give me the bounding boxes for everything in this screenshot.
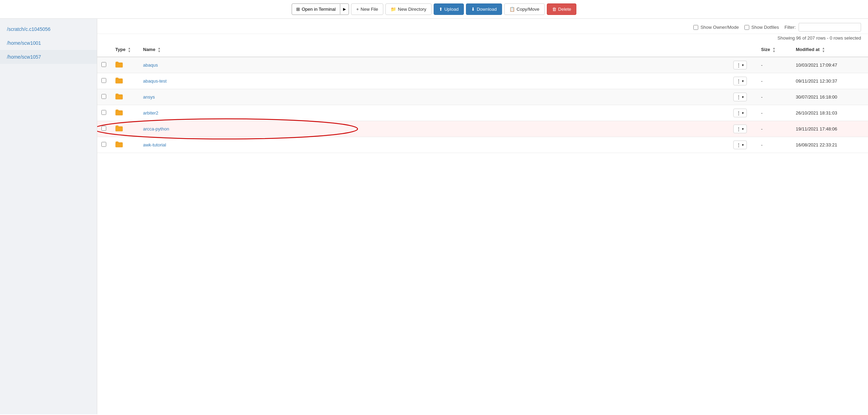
download-label: Download	[477, 7, 497, 12]
controls-row: Show Owner/Mode Show Dotfiles Filter:	[97, 19, 868, 34]
table-row: arcca-python ⋮ ▾ -19/11/2021 17:48:06	[97, 121, 868, 137]
show-owner-mode-toggle[interactable]: Show Owner/Mode	[693, 25, 739, 30]
row-action-button[interactable]: ⋮ ▾	[733, 125, 747, 133]
delete-label: Delete	[558, 7, 571, 12]
action-dropdown-icon: ▾	[742, 111, 744, 115]
folder-icon	[115, 61, 123, 68]
folder-icon	[115, 109, 123, 116]
new-directory-label: New Directory	[398, 7, 426, 12]
folder-icon	[115, 125, 123, 132]
terminal-button-label: Open in Terminal	[302, 7, 336, 12]
sidebar-item-home-scw1057[interactable]: /home/scw1057	[0, 50, 97, 64]
show-dotfiles-toggle[interactable]: Show Dotfiles	[744, 25, 779, 30]
svg-rect-1	[116, 79, 123, 84]
folder-plus-icon: 📁	[391, 7, 396, 12]
row-type-cell	[111, 121, 139, 137]
row-checkbox-cell	[97, 89, 111, 105]
row-actions-cell: ⋮ ▾	[729, 89, 757, 105]
action-dots-icon: ⋮	[736, 142, 741, 147]
filter-row: Filter:	[785, 23, 861, 32]
upload-label: Upload	[444, 7, 459, 12]
row-modified-cell: 19/11/2021 17:48:06	[792, 121, 868, 137]
table-row: awk-tutorial ⋮ ▾ -16/08/2021 22:33:21	[97, 137, 868, 153]
file-name-link[interactable]: arbiter2	[143, 110, 158, 116]
svg-rect-2	[116, 95, 123, 100]
file-name-link[interactable]: awk-tutorial	[143, 142, 166, 147]
row-checkbox-cell	[97, 57, 111, 73]
folder-icon	[115, 77, 123, 84]
main-layout: /scratch/c.c1045056 /home/scw1001 /home/…	[0, 19, 868, 414]
folder-icon	[115, 141, 123, 147]
name-sort-icons[interactable]: ▲ ▼	[158, 47, 161, 53]
col-type[interactable]: Type ▲ ▼	[111, 43, 139, 57]
table-row: abaqus-test ⋮ ▾ -09/11/2021 12:30:37	[97, 73, 868, 89]
svg-rect-3	[116, 111, 123, 116]
download-button[interactable]: ⬇ Download	[466, 3, 502, 15]
new-directory-button[interactable]: 📁 New Directory	[385, 3, 432, 15]
row-checkbox[interactable]	[101, 142, 106, 147]
table-row: abaqus ⋮ ▾ -10/03/2021 17:09:47	[97, 57, 868, 73]
row-checkbox[interactable]	[101, 78, 106, 83]
plus-icon: +	[356, 7, 359, 12]
sidebar-item-scratch[interactable]: /scratch/c.c1045056	[0, 22, 97, 36]
row-type-cell	[111, 105, 139, 121]
row-checkbox[interactable]	[101, 110, 106, 115]
show-owner-mode-checkbox[interactable]	[693, 25, 698, 30]
size-sort-icons[interactable]: ▲ ▼	[773, 47, 776, 53]
action-dots-icon: ⋮	[736, 126, 741, 132]
col-name[interactable]: Name ▲ ▼	[139, 43, 674, 57]
row-checkbox[interactable]	[101, 126, 106, 131]
action-dots-icon: ⋮	[736, 94, 741, 100]
row-action-button[interactable]: ⋮ ▾	[733, 93, 747, 101]
row-type-cell	[111, 89, 139, 105]
row-modified-cell: 10/03/2021 17:09:47	[792, 57, 868, 73]
copy-icon: 📋	[509, 7, 515, 12]
show-dotfiles-checkbox[interactable]	[744, 25, 749, 30]
col-modified[interactable]: Modified at ▲ ▼	[792, 43, 868, 57]
file-name-link[interactable]: abaqus-test	[143, 78, 167, 84]
row-action-button[interactable]: ⋮ ▾	[733, 61, 747, 69]
delete-button[interactable]: 🗑 Delete	[547, 3, 577, 15]
row-actions-cell: ⋮ ▾	[729, 57, 757, 73]
trash-icon: 🗑	[552, 7, 557, 12]
row-action-button[interactable]: ⋮ ▾	[733, 109, 747, 117]
file-name-link[interactable]: abaqus	[143, 62, 158, 68]
row-modified-cell: 16/08/2021 22:33:21	[792, 137, 868, 153]
row-type-cell	[111, 57, 139, 73]
row-checkbox-cell	[97, 121, 111, 137]
row-spacer-cell	[674, 137, 729, 153]
sidebar-item-home-scw1001[interactable]: /home/scw1001	[0, 36, 97, 50]
table-row: arbiter2 ⋮ ▾ -26/10/2021 18:31:03	[97, 105, 868, 121]
filter-input[interactable]	[799, 23, 861, 32]
row-spacer-cell	[674, 105, 729, 121]
sidebar-path-scw1057: /home/scw1057	[7, 54, 41, 60]
terminal-dropdown-arrow[interactable]: ▶	[340, 4, 349, 14]
row-action-button[interactable]: ⋮ ▾	[733, 141, 747, 149]
open-terminal-split-button[interactable]: ⊞ Open in Terminal ▶	[292, 3, 349, 15]
row-checkbox[interactable]	[101, 94, 106, 99]
new-file-button[interactable]: + New File	[351, 3, 383, 15]
upload-button[interactable]: ⬆ Upload	[434, 3, 464, 15]
row-actions-cell: ⋮ ▾	[729, 121, 757, 137]
type-sort-icons[interactable]: ▲ ▼	[128, 47, 131, 53]
row-modified-cell: 26/10/2021 18:31:03	[792, 105, 868, 121]
row-checkbox[interactable]	[101, 62, 106, 67]
row-info-text: Showing 96 of 207 rows - 0 rows selected	[777, 35, 861, 41]
file-name-link[interactable]: ansys	[143, 94, 155, 100]
file-table-wrapper: Type ▲ ▼ Name ▲ ▼	[97, 43, 868, 153]
download-icon: ⬇	[471, 7, 475, 12]
open-terminal-button[interactable]: ⊞ Open in Terminal	[292, 4, 340, 15]
modified-sort-icons[interactable]: ▲ ▼	[822, 47, 825, 53]
row-type-cell	[111, 137, 139, 153]
svg-rect-5	[116, 143, 123, 147]
row-type-cell	[111, 73, 139, 89]
row-action-button[interactable]: ⋮ ▾	[733, 77, 747, 85]
table-row: ansys ⋮ ▾ -30/07/2021 16:18:00	[97, 89, 868, 105]
row-actions-cell: ⋮ ▾	[729, 105, 757, 121]
action-dots-icon: ⋮	[736, 110, 741, 116]
copy-move-button[interactable]: 📋 Copy/Move	[504, 3, 545, 15]
action-dropdown-icon: ▾	[742, 127, 744, 131]
row-actions-cell: ⋮ ▾	[729, 137, 757, 153]
col-size[interactable]: Size ▲ ▼	[757, 43, 792, 57]
file-name-link[interactable]: arcca-python	[143, 126, 169, 132]
